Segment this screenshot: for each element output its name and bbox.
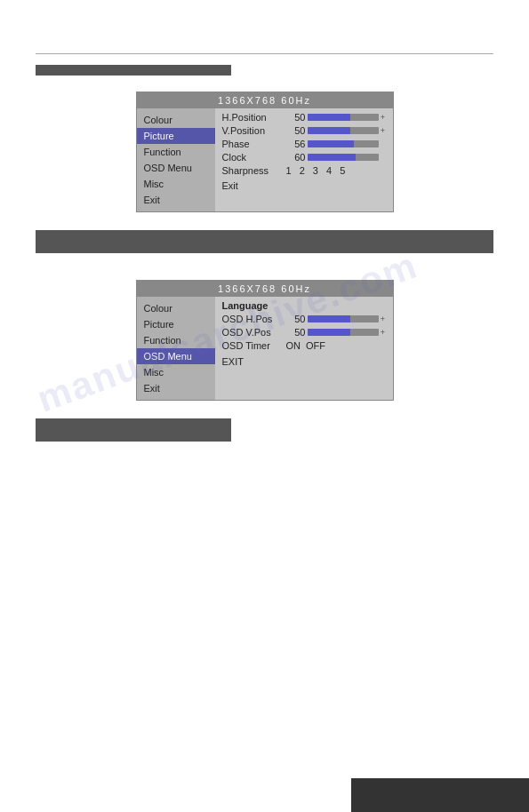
panel1-body: Colour Picture Function OSD Menu Misc Ex…	[137, 108, 393, 211]
off-label[interactable]: OFF	[306, 340, 325, 351]
sharpness-label: Sharpness	[222, 165, 286, 176]
osdvpos-value: 50	[286, 327, 306, 338]
sharpness-nums: 1 2 3 4 5	[286, 165, 349, 176]
osdhpos-row: OSD H.Pos 50 +	[222, 314, 386, 324]
page-container: manualsarchive.com 1366X768 60Hz Colour …	[0, 0, 529, 812]
sharpness-row: Sharpness 1 2 3 4 5	[222, 165, 386, 176]
clock-slider[interactable]	[308, 154, 379, 161]
panel2-wrapper: 1366X768 60Hz Colour Picture Function OS…	[36, 280, 493, 410]
hposition-value: 50	[286, 112, 306, 123]
hposition-row: H.Position 50 +	[222, 112, 386, 123]
osdvpos-end: +	[381, 328, 386, 337]
osdhpos-value: 50	[286, 314, 306, 324]
panel2-content: Language OSD H.Pos 50 + OSD V.Pos 50	[215, 297, 393, 400]
clock-row: Clock 60	[222, 152, 386, 163]
bottom-bar	[351, 778, 529, 812]
osdvpos-row: OSD V.Pos 50 +	[222, 327, 386, 338]
osdtimer-label: OSD Timer	[222, 340, 286, 351]
phase-row: Phase 56	[222, 139, 386, 149]
top-divider	[36, 53, 493, 54]
section2-header	[36, 230, 493, 253]
panel1-wrapper: 1366X768 60Hz Colour Picture Function OS…	[36, 92, 493, 221]
panel1-menu: Colour Picture Function OSD Menu Misc Ex…	[137, 108, 215, 211]
menu2-function[interactable]: Function	[137, 332, 215, 348]
hposition-slider[interactable]	[308, 114, 379, 121]
vposition-label: V.Position	[222, 125, 286, 136]
menu1-exit[interactable]: Exit	[137, 192, 215, 208]
vposition-value: 50	[286, 125, 306, 136]
osdvpos-label: OSD V.Pos	[222, 327, 286, 338]
osdhpos-slider[interactable]	[308, 315, 379, 322]
osdhpos-end: +	[381, 314, 386, 323]
clock-label: Clock	[222, 152, 286, 163]
panel2-menu: Colour Picture Function OSD Menu Misc Ex…	[137, 297, 215, 400]
menu2-exit[interactable]: Exit	[137, 380, 215, 396]
menu2-misc[interactable]: Misc	[137, 364, 215, 380]
menu1-misc[interactable]: Misc	[137, 176, 215, 192]
vposition-row: V.Position 50 +	[222, 125, 386, 136]
hposition-label: H.Position	[222, 112, 286, 123]
vposition-slider[interactable]	[308, 127, 379, 134]
osd-panel-1: 1366X768 60Hz Colour Picture Function OS…	[136, 92, 394, 212]
osdhpos-label: OSD H.Pos	[222, 314, 286, 324]
section3-header	[36, 418, 231, 442]
hposition-end: +	[381, 113, 386, 122]
menu1-osdmenu[interactable]: OSD Menu	[137, 160, 215, 176]
language-row: Language	[222, 300, 386, 311]
section1-header	[36, 65, 231, 76]
menu2-colour[interactable]: Colour	[137, 300, 215, 316]
panel1-content: H.Position 50 + V.Position 50	[215, 108, 393, 211]
osd-panel-2: 1366X768 60Hz Colour Picture Function OS…	[136, 280, 394, 401]
menu1-function[interactable]: Function	[137, 144, 215, 160]
menu2-osdmenu[interactable]: OSD Menu	[137, 348, 215, 364]
vposition-end: +	[381, 126, 386, 135]
panel2-title: 1366X768 60Hz	[137, 281, 393, 297]
menu2-picture[interactable]: Picture	[137, 316, 215, 332]
on-label[interactable]: ON	[286, 340, 301, 351]
phase-slider[interactable]	[308, 140, 379, 147]
osdvpos-slider[interactable]	[308, 329, 379, 336]
menu1-picture[interactable]: Picture	[137, 128, 215, 144]
phase-value: 56	[286, 139, 306, 149]
osdtimer-row: OSD Timer ON OFF	[222, 340, 386, 351]
panel1-exit-row[interactable]: Exit	[222, 179, 386, 191]
panel2-exit-row[interactable]: EXIT	[222, 354, 386, 367]
phase-label: Phase	[222, 139, 286, 149]
panel1-title: 1366X768 60Hz	[137, 92, 393, 108]
clock-value: 60	[286, 152, 306, 163]
panel2-body: Colour Picture Function OSD Menu Misc Ex…	[137, 297, 393, 400]
menu1-colour[interactable]: Colour	[137, 112, 215, 128]
